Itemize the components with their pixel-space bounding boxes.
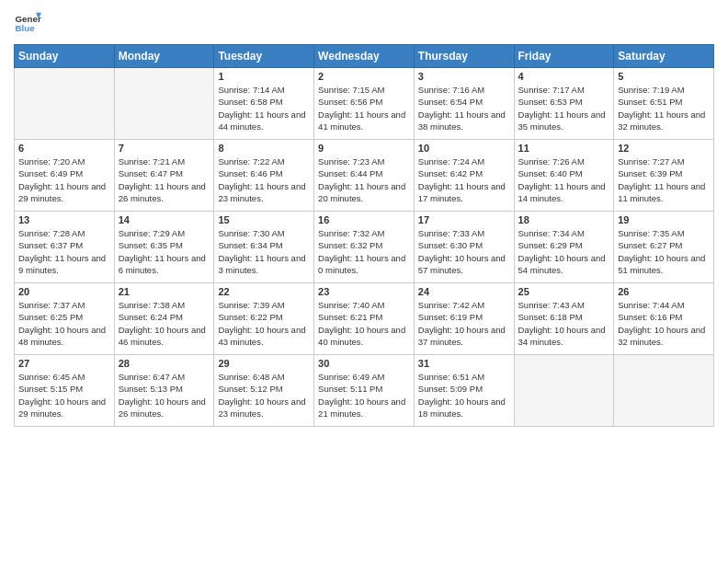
day-info-line: Daylight: 11 hours and 20 minutes. [318, 180, 410, 205]
day-info-line: Sunset: 6:42 PM [418, 167, 510, 179]
day-number: 13 [18, 214, 110, 225]
day-info: Sunrise: 7:21 AMSunset: 6:47 PMDaylight:… [119, 155, 210, 204]
day-info-line: Daylight: 10 hours and 46 minutes. [119, 324, 210, 349]
day-number: 24 [418, 286, 510, 297]
day-info-line: Daylight: 10 hours and 57 minutes. [418, 252, 510, 277]
day-info-line: Daylight: 11 hours and 23 minutes. [218, 180, 310, 205]
day-info-line: Sunrise: 7:20 AM [18, 155, 110, 167]
day-info: Sunrise: 7:28 AMSunset: 6:37 PMDaylight:… [18, 227, 110, 276]
day-info-line: Sunset: 6:47 PM [119, 167, 210, 179]
day-info-line: Sunset: 6:16 PM [618, 311, 710, 323]
day-info: Sunrise: 7:23 AMSunset: 6:44 PMDaylight:… [318, 155, 410, 204]
day-info-line: Daylight: 11 hours and 14 minutes. [518, 180, 610, 205]
day-number: 11 [518, 143, 610, 154]
day-info-line: Sunset: 6:22 PM [218, 311, 310, 323]
calendar-weekday-friday: Friday [514, 45, 614, 68]
day-info-line: Sunset: 6:21 PM [318, 311, 410, 323]
day-info: Sunrise: 7:14 AMSunset: 6:58 PMDaylight:… [218, 84, 310, 132]
day-info-line: Sunrise: 7:29 AM [119, 227, 210, 239]
day-info-line: Sunset: 6:18 PM [518, 311, 610, 323]
page-container: General Blue SundayMondayTuesdayWednesda… [0, 0, 728, 436]
day-info-line: Sunrise: 7:16 AM [418, 84, 510, 96]
calendar-cell: 9Sunrise: 7:23 AMSunset: 6:44 PMDaylight… [314, 140, 415, 212]
day-info-line: Daylight: 10 hours and 48 minutes. [18, 324, 110, 349]
calendar-cell: 21Sunrise: 7:38 AMSunset: 6:24 PMDayligh… [114, 283, 214, 355]
day-info-line: Sunrise: 7:23 AM [318, 155, 410, 167]
calendar-cell: 16Sunrise: 7:32 AMSunset: 6:32 PMDayligh… [314, 212, 415, 283]
day-info: Sunrise: 7:38 AMSunset: 6:24 PMDaylight:… [119, 299, 210, 348]
day-info: Sunrise: 6:49 AMSunset: 5:11 PMDaylight:… [318, 371, 410, 419]
svg-text:Blue: Blue [16, 23, 36, 33]
day-info-line: Sunrise: 7:27 AM [618, 155, 710, 167]
calendar-weekday-tuesday: Tuesday [214, 45, 314, 68]
day-info-line: Sunrise: 7:42 AM [418, 299, 510, 311]
day-info: Sunrise: 7:34 AMSunset: 6:29 PMDaylight:… [518, 227, 610, 276]
calendar-cell: 8Sunrise: 7:22 AMSunset: 6:46 PMDaylight… [214, 140, 314, 212]
day-info-line: Sunrise: 7:28 AM [18, 227, 110, 239]
day-number: 18 [518, 214, 610, 225]
calendar-cell [114, 68, 214, 140]
calendar-weekday-saturday: Saturday [614, 45, 714, 68]
day-number: 12 [618, 143, 710, 154]
day-info-line: Sunset: 6:40 PM [518, 167, 610, 179]
calendar-week-row: 6Sunrise: 7:20 AMSunset: 6:49 PMDaylight… [15, 140, 714, 212]
day-info: Sunrise: 6:47 AMSunset: 5:13 PMDaylight:… [119, 371, 210, 419]
day-info-line: Daylight: 10 hours and 21 minutes. [318, 396, 410, 420]
day-info-line: Sunset: 6:29 PM [518, 239, 610, 251]
day-info-line: Daylight: 10 hours and 23 minutes. [218, 396, 310, 420]
calendar-table: SundayMondayTuesdayWednesdayThursdayFrid… [14, 44, 714, 427]
calendar-cell: 22Sunrise: 7:39 AMSunset: 6:22 PMDayligh… [214, 283, 314, 355]
day-number: 3 [418, 71, 510, 82]
day-number: 22 [218, 286, 310, 297]
calendar-weekday-thursday: Thursday [414, 45, 514, 68]
day-info-line: Sunrise: 7:37 AM [18, 299, 110, 311]
day-info: Sunrise: 7:17 AMSunset: 6:53 PMDaylight:… [518, 84, 610, 132]
calendar-cell [514, 355, 614, 427]
day-info-line: Sunrise: 7:14 AM [218, 84, 310, 96]
calendar-cell: 10Sunrise: 7:24 AMSunset: 6:42 PMDayligh… [414, 140, 514, 212]
calendar-body: 1Sunrise: 7:14 AMSunset: 6:58 PMDaylight… [15, 68, 714, 427]
day-info-line: Sunrise: 7:43 AM [518, 299, 610, 311]
day-number: 7 [119, 143, 210, 154]
day-info-line: Sunrise: 6:47 AM [119, 371, 210, 383]
day-number: 10 [418, 143, 510, 154]
calendar-cell: 12Sunrise: 7:27 AMSunset: 6:39 PMDayligh… [614, 140, 714, 212]
day-info-line: Sunset: 6:27 PM [618, 239, 710, 251]
calendar-cell: 13Sunrise: 7:28 AMSunset: 6:37 PMDayligh… [15, 212, 115, 283]
calendar-cell: 11Sunrise: 7:26 AMSunset: 6:40 PMDayligh… [514, 140, 614, 212]
day-info-line: Sunrise: 7:15 AM [318, 84, 410, 96]
day-info: Sunrise: 7:30 AMSunset: 6:34 PMDaylight:… [218, 227, 310, 276]
day-number: 29 [218, 358, 310, 369]
day-info-line: Sunrise: 7:34 AM [518, 227, 610, 239]
day-info-line: Sunrise: 7:30 AM [218, 227, 310, 239]
day-info-line: Sunset: 6:39 PM [618, 167, 710, 179]
day-info-line: Sunset: 5:11 PM [318, 383, 410, 395]
day-info-line: Daylight: 11 hours and 0 minutes. [318, 252, 410, 277]
day-info-line: Sunset: 5:12 PM [218, 383, 310, 395]
day-info: Sunrise: 7:29 AMSunset: 6:35 PMDaylight:… [119, 227, 210, 276]
day-info-line: Sunset: 5:09 PM [418, 383, 510, 395]
day-info: Sunrise: 7:37 AMSunset: 6:25 PMDaylight:… [18, 299, 110, 348]
calendar-cell [614, 355, 714, 427]
calendar-week-row: 20Sunrise: 7:37 AMSunset: 6:25 PMDayligh… [15, 283, 714, 355]
day-number: 6 [18, 143, 110, 154]
day-number: 16 [318, 214, 410, 225]
day-info-line: Daylight: 11 hours and 26 minutes. [119, 180, 210, 205]
calendar-cell: 23Sunrise: 7:40 AMSunset: 6:21 PMDayligh… [314, 283, 415, 355]
day-number: 25 [518, 286, 610, 297]
day-info-line: Sunset: 6:34 PM [218, 239, 310, 251]
calendar-cell: 1Sunrise: 7:14 AMSunset: 6:58 PMDaylight… [214, 68, 314, 140]
day-info-line: Daylight: 10 hours and 26 minutes. [119, 396, 210, 420]
day-info: Sunrise: 7:40 AMSunset: 6:21 PMDaylight:… [318, 299, 410, 348]
day-number: 21 [119, 286, 210, 297]
calendar-header-row: SundayMondayTuesdayWednesdayThursdayFrid… [15, 45, 714, 68]
day-info-line: Sunrise: 7:22 AM [218, 155, 310, 167]
day-number: 19 [618, 214, 710, 225]
day-info: Sunrise: 7:27 AMSunset: 6:39 PMDaylight:… [618, 155, 710, 204]
day-info-line: Daylight: 11 hours and 41 minutes. [318, 109, 410, 133]
day-info: Sunrise: 7:24 AMSunset: 6:42 PMDaylight:… [418, 155, 510, 204]
day-info-line: Sunrise: 7:44 AM [618, 299, 710, 311]
day-info-line: Sunset: 6:53 PM [518, 96, 610, 108]
day-info-line: Sunset: 6:46 PM [218, 167, 310, 179]
day-info-line: Daylight: 11 hours and 44 minutes. [218, 109, 310, 133]
